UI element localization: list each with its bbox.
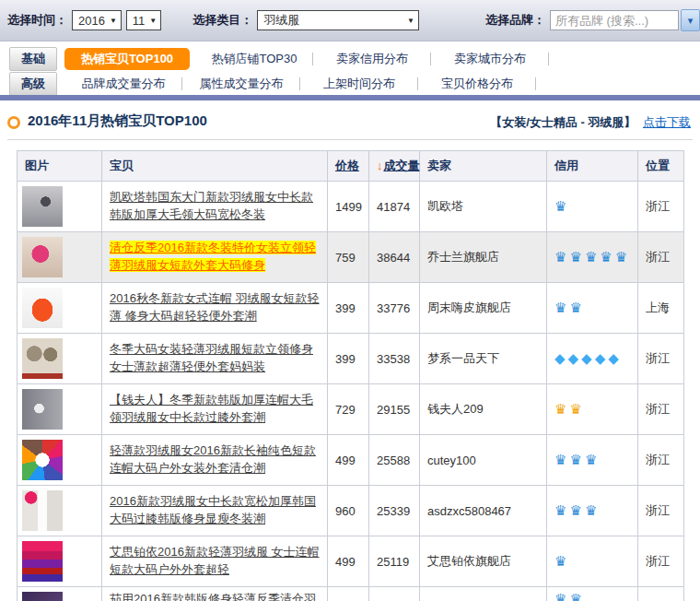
volume-cell: 25588 [369,435,420,486]
product-image[interactable] [22,186,63,227]
tabs-underline-bar [0,95,700,100]
column-header: 卖家 [420,151,547,182]
credit-cell: ♛♛♛ [547,486,638,536]
product-row: 艾思铂依2016新款轻薄羽绒服 女士连帽短款大码户外外套超轻49925119艾思… [18,536,684,587]
image-cell [18,384,102,435]
product-title-link[interactable]: 冬季大码女装轻薄羽绒服短款立领修身女士薄款超薄轻便外套妈妈装 [110,342,313,373]
year-select[interactable]: 2016 ▼ [72,10,122,30]
product-row: 茄用2016新款韩版修身轻薄反季清仓羽绒服女短款连♛♛ [18,587,684,601]
seller-cell: 周末嗨皮旗舰店 [420,283,547,334]
year-select-value: 2016 [78,14,105,28]
seller-cell: 钱夫人209 [420,384,547,435]
month-select-value: 11 [133,14,146,28]
product-row: 2016秋冬新款女式连帽 羽绒服女短款轻薄 修身大码超轻轻便外套潮3993377… [18,283,684,334]
product-title-link[interactable]: 茄用2016新款韩版修身轻薄反季清仓羽绒服女短款连 [110,592,316,601]
tab-advanced-0[interactable]: 品牌成交量分布 [64,72,182,96]
brand-search-input[interactable] [550,10,679,30]
seller-cell: 梦系一品天下 [420,334,547,384]
category-select-value: 羽绒服 [263,12,299,29]
product-title-link[interactable]: 轻薄款羽绒服女2016新款长袖纯色短款连帽大码户外女装外套清仓潮 [110,443,316,475]
seller-cell: 凯欧塔 [420,182,547,232]
price-cell: 399 [328,334,369,384]
blue-crown-icon: ♛ [615,249,630,265]
title-cell: 【钱夫人】冬季新款韩版加厚连帽大毛领羽绒服女中长款过膝外套潮 [102,384,328,435]
product-title-link[interactable]: 2016新款羽绒服女中长款宽松加厚韩国大码过膝韩版修身显瘦冬装潮 [110,494,316,525]
product-title-link[interactable]: 2016秋冬新款女式连帽 羽绒服女短款轻薄 修身大码超轻轻便外套潮 [110,291,320,323]
credit-cell: ♛♛♛♛♛ [547,232,638,283]
volume-cell: 38644 [369,232,420,283]
title-cell: 艾思铂依2016新款轻薄羽绒服 女士连帽短款大码户外外套超轻 [102,536,328,587]
image-cell [18,283,102,334]
blue-crown-icon: ♛ [569,591,584,601]
product-image[interactable] [22,592,63,601]
tab-advanced-2[interactable]: 上架时间分布 [300,72,418,96]
seller-cell: 艾思铂依旗舰店 [420,536,547,587]
filter-bar: 选择时间： 2016 ▼ 11 ▼ 选择类目： 羽绒服 ▼ 选择品牌： ▾ [0,0,700,41]
table-header-row: 图片宝贝价格↓成交量卖家信用位置 [18,151,684,182]
location-cell: 浙江 [638,182,684,232]
category-select[interactable]: 羽绒服 ▼ [257,10,419,30]
product-image[interactable] [22,237,63,277]
advanced-tab-row: 高级 品牌成交量分布属性成交量分布上架时间分布宝贝价格分布 [0,71,700,96]
divider [7,139,693,140]
location-cell: 上海 [638,283,684,334]
tab-basic-2[interactable]: 卖家信用分布 [313,47,431,71]
gold-crown-icon: ♛ [569,401,584,417]
download-link[interactable]: 点击下载 [643,115,691,129]
tab-basic-0[interactable]: 热销宝贝TOP100 [64,48,190,70]
product-title-link[interactable]: 艾思铂依2016新款轻薄羽绒服 女士连帽短款大码户外外套超轻 [110,545,320,576]
product-title-link[interactable]: 【钱夫人】冬季新款韩版加厚连帽大毛领羽绒服女中长款过膝外套潮 [110,393,313,424]
product-row: 凯欧塔韩国东大门新款羽绒服女中长款韩版加厚大毛领大码宽松冬装149941874凯… [18,182,684,232]
product-title-link[interactable]: 凯欧塔韩国东大门新款羽绒服女中长款韩版加厚大毛领大码宽松冬装 [110,190,313,221]
location-cell: 浙江 [638,384,684,435]
blue-crown-icon: ♛ [554,591,569,601]
credit-cell: ♛♛ [547,283,638,334]
column-header: 信用 [547,151,638,182]
volume-cell: 33538 [369,334,420,384]
tab-advanced-1[interactable]: 属性成交量分布 [182,72,300,96]
credit-cell: ♛♛ [547,384,638,435]
location-cell [638,587,684,601]
title-cell: 2016秋冬新款女式连帽 羽绒服女短款轻薄 修身大码超轻轻便外套潮 [102,283,328,334]
blue-crown-icon: ♛ [554,249,569,265]
product-table-body: 凯欧塔韩国东大门新款羽绒服女中长款韩版加厚大毛领大码宽松冬装149941874凯… [18,182,684,601]
section-bullet-icon [7,116,20,129]
tab-basic-3[interactable]: 卖家城市分布 [431,47,549,71]
advanced-group-label: 高级 [9,72,57,96]
tab-basic-1[interactable]: 热销店铺TOP30 [195,47,313,71]
blue-diamond-icon: ◆ [581,350,595,366]
product-row: 清仓反季2016新款冬装特价女装立领轻薄羽绒服女短款外套大码修身75938644… [18,232,684,283]
dropdown-arrow-icon: ▼ [149,17,157,25]
tab-advanced-3[interactable]: 宝贝价格分布 [418,72,536,96]
product-image[interactable] [22,490,63,531]
brand-dropdown-button[interactable]: ▾ [681,9,700,31]
column-header[interactable]: ↓成交量 [369,151,420,182]
month-select[interactable]: 11 ▼ [126,10,161,30]
volume-cell [369,587,420,601]
dropdown-arrow-icon: ▼ [407,17,414,25]
product-image[interactable] [22,440,63,480]
basic-group-label: 基础 [9,47,57,71]
price-cell: 1499 [328,182,369,232]
volume-cell: 33776 [369,283,420,334]
product-image[interactable] [22,288,63,328]
sort-desc-icon: ↓ [377,159,383,172]
location-cell: 浙江 [638,486,684,536]
image-cell [18,587,102,601]
product-image[interactable] [22,389,63,430]
blue-crown-icon: ♛ [569,300,584,315]
product-image[interactable] [22,338,63,379]
page-title: 2016年11月热销宝贝TOP100 [28,112,207,130]
location-cell: 浙江 [638,232,684,283]
product-title-link[interactable]: 清仓反季2016新款冬装特价女装立领轻薄羽绒服女短款外套大码修身 [110,241,316,272]
column-header: 图片 [18,151,102,182]
product-image[interactable] [22,541,63,582]
blue-crown-icon: ♛ [554,452,569,467]
price-cell: 499 [328,536,369,587]
column-header[interactable]: 价格 [328,151,369,182]
blue-crown-icon: ♛ [569,249,584,265]
column-header: 宝贝 [102,151,328,182]
product-row: 轻薄款羽绒服女2016新款长袖纯色短款连帽大码户外女装外套清仓潮49925588… [18,435,684,486]
basic-tab-list: 热销宝贝TOP100热销店铺TOP30卖家信用分布卖家城市分布 [64,47,549,71]
volume-cell: 25339 [369,486,420,536]
